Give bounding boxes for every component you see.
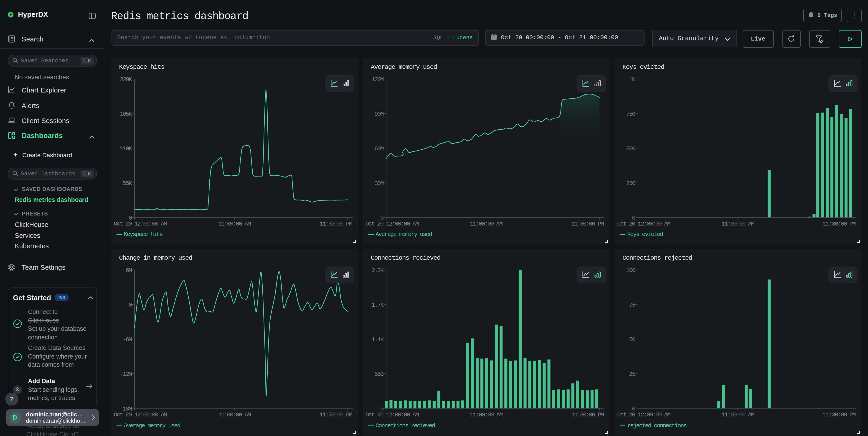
svg-text:11:00:00 AM: 11:00:00 AM (721, 220, 754, 227)
svg-text:110K: 110K (120, 145, 132, 152)
svg-text:220K: 220K (120, 76, 132, 83)
svg-text:55K: 55K (122, 180, 132, 186)
svg-text:6M: 6M (125, 267, 131, 274)
svg-text:25: 25 (629, 371, 635, 378)
svg-text:50: 50 (629, 336, 635, 343)
svg-text:Oct 20 12:00:00 AM: Oct 20 12:00:00 AM (617, 220, 670, 227)
svg-text:120M: 120M (371, 76, 383, 83)
svg-text:90M: 90M (374, 111, 383, 117)
svg-text:0: 0 (380, 214, 383, 221)
svg-text:0: 0 (128, 214, 131, 221)
svg-text:60M: 60M (374, 145, 383, 152)
svg-text:2.2K: 2.2K (371, 267, 384, 274)
svg-text:Oct 20 12:00:00 AM: Oct 20 12:00:00 AM (114, 220, 166, 227)
svg-text:11:30:00 PM: 11:30:00 PM (571, 411, 603, 418)
svg-text:11:30:00 PM: 11:30:00 PM (823, 411, 855, 418)
svg-text:Oct 20 12:00:00 AM: Oct 20 12:00:00 AM (114, 411, 166, 418)
svg-text:250: 250 (626, 180, 635, 186)
svg-text:Oct 20 12:00:00 AM: Oct 20 12:00:00 AM (365, 220, 418, 227)
svg-text:1K: 1K (629, 76, 636, 83)
svg-text:-6M: -6M (122, 336, 131, 343)
svg-text:0: 0 (632, 214, 635, 221)
svg-text:1.1K: 1.1K (371, 336, 384, 343)
svg-text:-12M: -12M (120, 371, 131, 378)
svg-text:Oct 20 12:00:00 AM: Oct 20 12:00:00 AM (365, 411, 418, 418)
svg-text:11:30:00 PM: 11:30:00 PM (319, 411, 352, 418)
svg-text:11:30:00 PM: 11:30:00 PM (319, 220, 352, 227)
svg-text:1.7K: 1.7K (371, 301, 384, 309)
svg-text:0: 0 (128, 301, 131, 309)
svg-text:Oct 20 12:00:00 AM: Oct 20 12:00:00 AM (617, 411, 670, 418)
svg-text:500: 500 (626, 145, 635, 152)
svg-text:11:30:00 PM: 11:30:00 PM (571, 220, 603, 227)
svg-text:11:00:00 AM: 11:00:00 AM (218, 220, 251, 227)
svg-text:0: 0 (632, 405, 635, 412)
svg-text:-18M: -18M (120, 405, 131, 412)
svg-text:30M: 30M (374, 180, 383, 186)
svg-text:550: 550 (374, 371, 383, 378)
svg-text:11:00:00 AM: 11:00:00 AM (470, 411, 502, 418)
svg-text:11:30:00 PM: 11:30:00 PM (823, 220, 855, 227)
svg-text:11:00:00 AM: 11:00:00 AM (721, 411, 754, 418)
svg-text:75: 75 (629, 301, 635, 309)
svg-text:100: 100 (626, 267, 635, 274)
svg-text:11:00:00 AM: 11:00:00 AM (470, 220, 502, 227)
svg-text:0: 0 (380, 405, 383, 412)
svg-text:750: 750 (626, 111, 635, 117)
svg-text:165K: 165K (120, 111, 132, 117)
svg-text:11:00:00 AM: 11:00:00 AM (218, 411, 251, 418)
